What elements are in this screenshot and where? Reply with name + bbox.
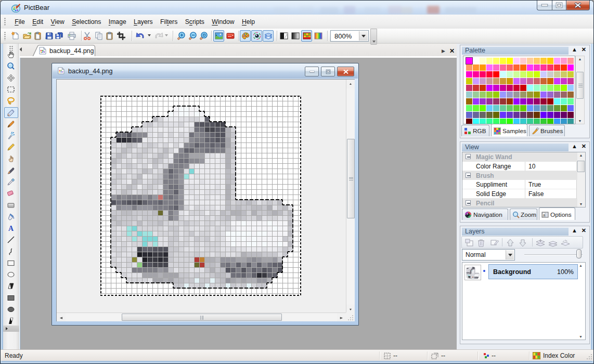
svg-text:A: A [8, 225, 14, 232]
svg-text:a: a [543, 213, 545, 217]
